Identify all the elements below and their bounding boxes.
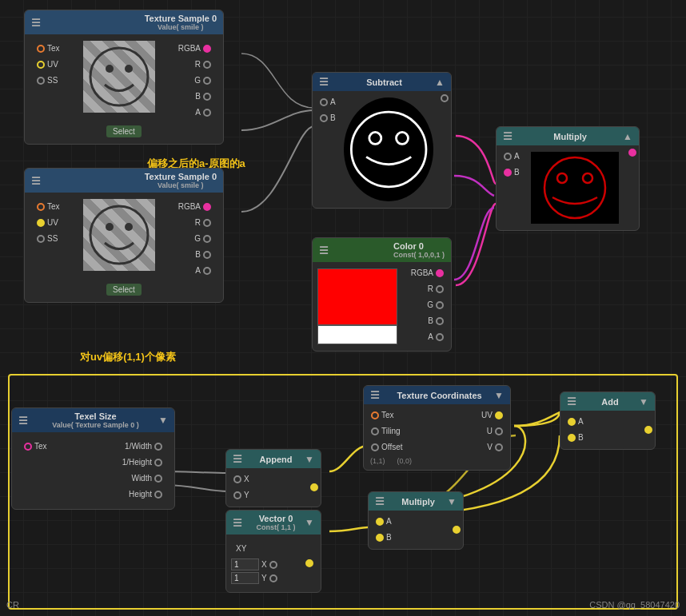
multiply-title-top: Multiply xyxy=(517,132,623,141)
multiply-b-dot-top[interactable] xyxy=(504,169,512,177)
texcoord-u-dot[interactable] xyxy=(495,427,503,435)
svg-point-4 xyxy=(106,223,114,231)
append-title: Append xyxy=(247,455,305,464)
pin-uv-bot[interactable] xyxy=(37,219,45,227)
bottom-multiply-menu[interactable]: ☰ xyxy=(375,495,385,507)
color0-a-dot[interactable] xyxy=(436,333,444,341)
vector0-x-dot[interactable] xyxy=(269,561,277,569)
watermark: CSDN @qq_58047420 xyxy=(589,600,680,610)
subtract-pin-a-dot[interactable] xyxy=(320,98,328,106)
bottom-multiply-out-dot[interactable] xyxy=(453,526,461,534)
texel-1h-dot[interactable] xyxy=(154,459,162,467)
pin-b-bot[interactable] xyxy=(203,251,211,259)
color0-g-dot[interactable] xyxy=(436,301,444,309)
pin-a-bot[interactable] xyxy=(203,267,211,275)
texcoord-v-dot[interactable] xyxy=(495,443,503,451)
vector0-x-input[interactable] xyxy=(231,558,259,570)
select-btn-top[interactable]: Select xyxy=(106,125,142,137)
color0-rgba-dot[interactable] xyxy=(436,269,444,277)
pin-rgba-top[interactable] xyxy=(203,45,211,53)
texel-tex-dot[interactable] xyxy=(24,443,32,451)
color0-b-dot[interactable] xyxy=(436,317,444,325)
pin-row-r-top: R xyxy=(190,57,218,73)
multiply-menu-top[interactable]: ☰ xyxy=(503,130,513,142)
subtract-arrow[interactable]: ▲ xyxy=(435,77,445,88)
texcoord-uv-dot[interactable] xyxy=(495,411,503,419)
multiply-a-dot-top[interactable] xyxy=(504,153,512,161)
append-out-dot[interactable] xyxy=(310,483,318,491)
select-btn-bottom[interactable]: Select xyxy=(106,284,142,296)
menu-icon-top[interactable]: ☰ xyxy=(31,17,41,29)
texcoord-pin-v: V xyxy=(477,439,510,455)
append-menu[interactable]: ☰ xyxy=(233,453,242,465)
vector0-out-dot[interactable] xyxy=(305,559,313,567)
add-out-dot[interactable] xyxy=(644,426,652,434)
pin-uv-top[interactable] xyxy=(37,61,45,69)
pin-a-top[interactable] xyxy=(203,109,211,117)
texcoord-header: ☰ Texture Coordinates ▼ xyxy=(364,386,510,404)
subtract-pin-a: A xyxy=(313,94,341,110)
subtract-menu-icon[interactable]: ☰ xyxy=(319,76,329,88)
texcoord-pin-offset: Offset xyxy=(364,439,408,455)
add-title: Add xyxy=(581,397,639,407)
pin-tex-top[interactable] xyxy=(37,45,45,53)
vector0-arrow[interactable]: ▼ xyxy=(305,517,314,528)
vector0-xy-row: XY xyxy=(231,541,280,557)
bottom-multiply-title: Multiply xyxy=(389,497,447,507)
texel-w-dot[interactable] xyxy=(154,475,162,483)
append-x-dot[interactable] xyxy=(233,475,241,483)
pin-g-top[interactable] xyxy=(203,77,211,85)
texture-sample-title-top: Texture Sample 0 xyxy=(145,14,217,23)
pin-r-top[interactable] xyxy=(203,61,211,69)
texture-sample-header-bottom: ☰ Texture Sample 0 Value( smile ) xyxy=(25,169,223,193)
color0-pin-b: B xyxy=(406,313,451,329)
menu-icon-bottom[interactable]: ☰ xyxy=(31,175,41,187)
pin-ss-top[interactable] xyxy=(37,77,45,85)
pin-b-top[interactable] xyxy=(203,93,211,101)
subtract-pin-b-dot[interactable] xyxy=(320,114,328,122)
vector0-menu[interactable]: ☰ xyxy=(233,517,242,529)
bottom-multiply-arrow[interactable]: ▼ xyxy=(447,496,457,507)
pin-row-ss-bot: SS xyxy=(30,231,65,247)
texel-menu-icon[interactable]: ☰ xyxy=(18,415,28,427)
subtract-node: ☰ Subtract ▲ A B xyxy=(312,72,452,209)
pin-ss-bot[interactable] xyxy=(37,235,45,243)
vector0-title: Vector 0 xyxy=(259,514,293,523)
texel-subtitle: Value( Texture Sample 0 ) xyxy=(33,421,158,429)
add-menu[interactable]: ☰ xyxy=(567,395,576,407)
add-header: ☰ Add ▼ xyxy=(560,392,655,411)
texcoord-arrow[interactable]: ▼ xyxy=(494,390,504,401)
add-b-dot[interactable] xyxy=(568,434,576,442)
color0-r-dot[interactable] xyxy=(436,285,444,293)
texture-sample-header-top: ☰ Texture Sample 0 Value( smile ) xyxy=(25,10,223,34)
append-body: X Y xyxy=(226,468,321,507)
add-a-dot[interactable] xyxy=(568,418,576,426)
add-pin-a: A xyxy=(560,414,588,430)
subtract-out-pin[interactable] xyxy=(441,94,449,102)
append-y-dot[interactable] xyxy=(233,491,241,499)
vector0-header: ☰ Vector 0 Const( 1,1 ) ▼ xyxy=(226,511,321,535)
texel-arrow[interactable]: ▼ xyxy=(158,415,168,426)
annotation-uv: 对uv偏移(1,1)个像素 xyxy=(80,350,176,364)
texcoord-tex-dot[interactable] xyxy=(371,411,379,419)
texel-1w-dot[interactable] xyxy=(154,443,162,451)
multiply-out-top[interactable] xyxy=(628,149,636,157)
pin-tex-bot[interactable] xyxy=(37,203,45,211)
pin-r-bot[interactable] xyxy=(203,219,211,227)
texel-h-dot[interactable] xyxy=(154,491,162,499)
bottom-multiply-b-dot[interactable] xyxy=(376,534,384,542)
multiply-arrow-top[interactable]: ▲ xyxy=(623,131,632,142)
color0-menu-icon[interactable]: ☰ xyxy=(319,244,329,256)
pin-g-bot[interactable] xyxy=(203,235,211,243)
texcoord-pin-u: U xyxy=(477,423,510,439)
pin-rgba-bot[interactable] xyxy=(203,203,211,211)
add-arrow[interactable]: ▼ xyxy=(639,396,648,407)
append-arrow[interactable]: ▼ xyxy=(305,454,314,465)
pin-row-g-bot: G xyxy=(189,231,218,247)
texcoord-menu[interactable]: ☰ xyxy=(370,389,380,401)
vector0-y-dot[interactable] xyxy=(269,574,277,582)
texcoord-offset-dot[interactable] xyxy=(371,443,379,451)
bottom-multiply-a-dot[interactable] xyxy=(376,518,384,526)
vector0-y-input[interactable] xyxy=(231,572,259,584)
texcoord-tiling-dot[interactable] xyxy=(371,427,379,435)
